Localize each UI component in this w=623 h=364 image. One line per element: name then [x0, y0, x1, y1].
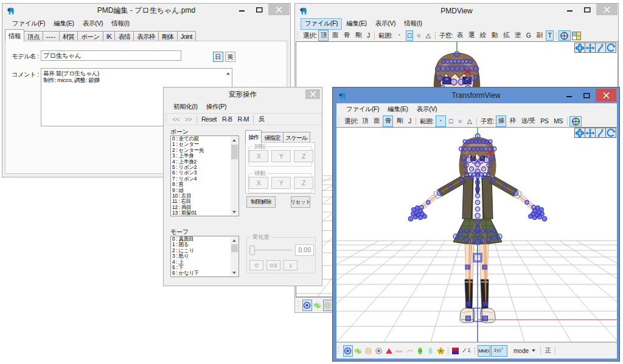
change-1-button[interactable]: 1: [284, 260, 298, 270]
bone-display-toggle[interactable]: [302, 300, 312, 311]
quad-view-button[interactable]: [571, 30, 583, 41]
close-button[interactable]: [596, 89, 616, 101]
soft-capsule-toggle[interactable]: [426, 345, 436, 357]
zoom-view-button[interactable]: [595, 128, 606, 138]
bone-list-scrollbar[interactable]: [231, 137, 238, 215]
model-name-input[interactable]: プロ生ちゃん: [41, 50, 181, 61]
wire-display-toggle[interactable]: [405, 345, 415, 357]
menu-item[interactable]: 編集(E): [383, 104, 412, 115]
toolbar-toggle[interactable]: 面: [330, 30, 340, 41]
dialog-tab[interactable]: 操作: [245, 130, 262, 143]
toolbar-grip[interactable]: [296, 32, 299, 40]
maximize-button[interactable]: [251, 4, 268, 15]
close-button[interactable]: [305, 89, 320, 99]
scroll-up-icon[interactable]: [226, 72, 230, 75]
menu-item[interactable]: ファイル(F): [8, 18, 49, 30]
dialog-titlebar[interactable]: 変形操作: [164, 88, 322, 101]
menu-item[interactable]: 操作(P): [202, 101, 231, 113]
toolbar-toggle[interactable]: 操: [496, 115, 506, 127]
reset-morph-button[interactable]: R-M: [235, 114, 251, 125]
dialog-tab[interactable]: スケール: [283, 132, 310, 143]
toolbar-toggle[interactable]: 剛: [353, 30, 363, 41]
zoom-view-button[interactable]: [595, 43, 606, 53]
close-button[interactable]: [596, 4, 618, 15]
lang-jp-button[interactable]: 日: [213, 52, 223, 62]
pmd-edit-tab[interactable]: ----: [43, 31, 60, 41]
pmd-edit-tab[interactable]: 情報: [5, 29, 24, 41]
toolbar-toggle[interactable]: ○: [414, 30, 422, 41]
rotate-view-button[interactable]: [605, 128, 616, 138]
menu-item[interactable]: ファイル(F): [342, 104, 383, 115]
lang-en-button[interactable]: 英: [225, 52, 235, 62]
pmd-edit-tab[interactable]: ボーン: [77, 31, 103, 41]
physics-capsule-toggle[interactable]: [416, 345, 425, 357]
minimize-button[interactable]: [233, 4, 251, 15]
toolbar-toggle[interactable]: PS: [538, 116, 551, 126]
toolbar-toggle[interactable]: 送/受: [519, 115, 537, 127]
flip-button[interactable]: 反: [256, 114, 266, 125]
rigid-body-display-toggle[interactable]: [374, 345, 384, 357]
toolbar-toggle[interactable]: 塗: [512, 30, 523, 41]
reset-button[interactable]: Reset: [200, 114, 219, 125]
toolbar-grip[interactable]: [165, 115, 168, 123]
toolbar-grip[interactable]: [338, 117, 341, 126]
transformview-3d-viewport[interactable]: .g{stroke:#c3c3c3;stroke-width:1}.b{stro…: [336, 127, 617, 343]
toolbar-toggle[interactable]: T: [546, 30, 554, 41]
next-button[interactable]: >>: [183, 114, 193, 125]
toolbar-toggle[interactable]: □: [447, 116, 455, 126]
toolbar-toggle[interactable]: 頂: [360, 115, 370, 127]
change-05-button[interactable]: 0.5: [266, 260, 280, 270]
joint-display-toggle[interactable]: [385, 345, 394, 357]
menu-item[interactable]: 初期化(I): [169, 101, 202, 113]
pmd-edit-tab[interactable]: Joint: [177, 31, 196, 41]
menu-item[interactable]: 表示(V): [371, 18, 400, 30]
menu-item[interactable]: ファイル(F): [301, 18, 342, 30]
pmd-edit-tab[interactable]: IK: [103, 31, 116, 41]
toolbar-toggle[interactable]: 選: [466, 30, 476, 41]
toolbar-toggle[interactable]: MS: [552, 116, 565, 126]
mesh-display-toggle[interactable]: [364, 345, 374, 357]
morph-listbox[interactable]: 0 : 真面目1 : 困る2 : にこり3 : 怒り4 : 上5 : 下6 : …: [170, 236, 239, 277]
menu-item[interactable]: 編集(E): [342, 18, 371, 30]
orbit-view-button[interactable]: [574, 43, 585, 53]
orbit-view-button[interactable]: [574, 128, 585, 138]
toolbar-toggle[interactable]: G: [524, 30, 533, 41]
menu-item[interactable]: 情報(I): [400, 18, 426, 30]
pmd-edit-tab[interactable]: 表示枠: [133, 31, 159, 41]
morph-list-scrollbar[interactable]: [231, 237, 238, 276]
reset-pose-button[interactable]: リセット: [291, 196, 310, 208]
move-z-button[interactable]: Z: [294, 177, 313, 189]
rotate-x-button[interactable]: X: [249, 150, 268, 162]
minimize-button[interactable]: [560, 89, 578, 101]
menu-item[interactable]: 表示(V): [78, 18, 108, 30]
move-x-button[interactable]: X: [249, 177, 268, 189]
toolbar-toggle[interactable]: 骨: [383, 115, 393, 127]
front-view-toggle[interactable]: 正: [543, 345, 553, 357]
flower-display-toggle[interactable]: [436, 345, 446, 357]
mmd-mode-toggle[interactable]: MMD: [478, 345, 490, 357]
toolbar-toggle[interactable]: △: [423, 30, 433, 41]
unlock-limit-button[interactable]: 制限解除: [246, 196, 276, 208]
vertex-display-toggle[interactable]: [313, 300, 322, 311]
menu-item[interactable]: 表示(V): [412, 104, 442, 115]
pmd-edit-tab[interactable]: 材質: [59, 31, 78, 41]
rotate-z-button[interactable]: Z: [294, 150, 313, 162]
toolbar-toggle[interactable]: 枠: [507, 115, 518, 127]
change-0-button[interactable]: 0: [249, 260, 263, 270]
toolbar-toggle[interactable]: 表: [454, 30, 465, 41]
toolbar-toggle[interactable]: 絞: [478, 30, 488, 41]
toolbar-toggle[interactable]: ・: [394, 30, 405, 41]
change-amount-value[interactable]: 0.00: [295, 244, 314, 256]
maximize-button[interactable]: [578, 89, 596, 101]
reset-bone-button[interactable]: R-B: [220, 114, 234, 125]
gizmo-toggle-button[interactable]: [569, 116, 582, 126]
toolbar-toggle[interactable]: 副: [534, 30, 545, 41]
toolbar-toggle[interactable]: □: [406, 30, 414, 41]
change-amount-slider[interactable]: [249, 246, 255, 255]
menu-item[interactable]: 編集(E): [49, 18, 78, 30]
rotate-y-button[interactable]: Y: [271, 150, 291, 162]
toolbar-grip[interactable]: [297, 301, 300, 309]
rotate-view-button[interactable]: [605, 43, 616, 53]
toolbar-toggle[interactable]: 頂: [318, 30, 329, 41]
pmd-edit-tab[interactable]: 剛体: [158, 31, 178, 41]
